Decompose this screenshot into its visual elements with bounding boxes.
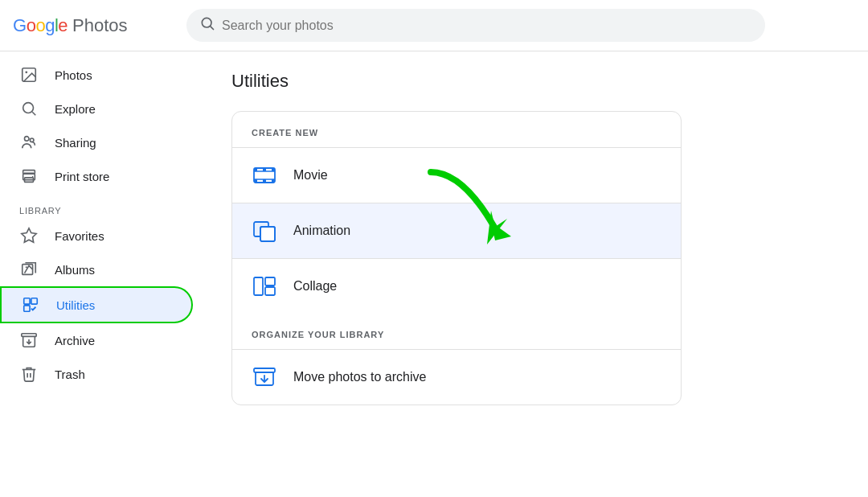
logo-area: Google Photos bbox=[13, 15, 174, 36]
header: Google Photos bbox=[0, 0, 868, 51]
explore-icon bbox=[19, 100, 39, 117]
sidebar-item-archive[interactable]: Archive bbox=[0, 323, 193, 357]
sidebar-item-albums-label: Albums bbox=[55, 263, 95, 277]
svg-point-7 bbox=[30, 138, 34, 142]
o-letter-1: o bbox=[27, 15, 36, 35]
card-item-animation[interactable]: Animation bbox=[232, 203, 681, 258]
sidebar-item-trash-label: Trash bbox=[55, 368, 85, 381]
sidebar-item-print-store[interactable]: Print store bbox=[0, 159, 193, 193]
photo-icon bbox=[19, 66, 39, 84]
svg-point-0 bbox=[202, 18, 211, 27]
collage-icon bbox=[252, 273, 277, 299]
star-icon bbox=[19, 227, 39, 244]
sidebar-item-photos-label: Photos bbox=[55, 68, 92, 82]
card-item-move-archive-label: Move photos to archive bbox=[293, 370, 426, 384]
sidebar: Photos Explore Sharing bbox=[0, 51, 206, 497]
print-icon bbox=[19, 167, 39, 185]
svg-point-6 bbox=[25, 137, 30, 142]
utilities-card: CREATE NEW Movie bbox=[231, 111, 682, 405]
svg-point-3 bbox=[25, 71, 27, 73]
svg-rect-35 bbox=[254, 368, 275, 372]
archive-icon bbox=[19, 331, 39, 349]
svg-marker-12 bbox=[22, 228, 36, 242]
body: Photos Explore Sharing bbox=[0, 51, 868, 497]
sidebar-item-sharing-label: Sharing bbox=[55, 136, 96, 150]
page-title: Utilities bbox=[231, 71, 842, 92]
svg-rect-16 bbox=[31, 298, 37, 304]
archive-down-icon bbox=[252, 364, 277, 390]
animation-icon bbox=[252, 218, 277, 244]
main-content: Utilities CREATE NEW bbox=[206, 51, 868, 497]
svg-rect-15 bbox=[24, 298, 30, 304]
e-letter: e bbox=[58, 15, 68, 35]
sharing-icon bbox=[19, 133, 39, 151]
card-item-animation-label: Animation bbox=[293, 224, 350, 238]
sidebar-item-utilities-label: Utilities bbox=[56, 298, 95, 312]
card-item-collage-label: Collage bbox=[293, 279, 337, 294]
svg-rect-32 bbox=[254, 277, 263, 295]
search-input[interactable] bbox=[222, 18, 752, 33]
svg-rect-33 bbox=[265, 277, 275, 285]
svg-line-5 bbox=[32, 112, 35, 115]
sidebar-item-favorites-label: Favorites bbox=[55, 229, 104, 243]
sidebar-item-explore[interactable]: Explore bbox=[0, 92, 193, 125]
svg-rect-30 bbox=[260, 227, 275, 241]
sidebar-item-favorites[interactable]: Favorites bbox=[0, 219, 193, 253]
card-item-movie-label: Movie bbox=[293, 168, 328, 183]
g-letter: G bbox=[13, 15, 27, 35]
library-section-label: LIBRARY bbox=[0, 193, 206, 219]
sidebar-item-archive-label: Archive bbox=[55, 334, 95, 347]
sidebar-item-print-store-label: Print store bbox=[55, 170, 109, 183]
card-item-collage[interactable]: Collage bbox=[232, 258, 681, 314]
g-letter-2: g bbox=[45, 15, 55, 35]
svg-point-4 bbox=[23, 103, 34, 113]
svg-point-14 bbox=[26, 266, 27, 268]
sidebar-item-trash[interactable]: Trash bbox=[0, 357, 193, 391]
search-icon bbox=[199, 15, 215, 35]
svg-rect-18 bbox=[22, 334, 36, 337]
search-bar[interactable] bbox=[186, 9, 765, 42]
google-logo: Google bbox=[13, 15, 68, 36]
sidebar-item-albums[interactable]: Albums bbox=[0, 253, 193, 286]
svg-point-11 bbox=[32, 176, 33, 177]
create-new-label: CREATE NEW bbox=[232, 112, 681, 147]
o-letter-2: o bbox=[35, 15, 45, 35]
organize-library-label: ORGANIZE YOUR LIBRARY bbox=[232, 314, 681, 349]
photos-logo-text: Photos bbox=[72, 15, 128, 36]
albums-icon bbox=[19, 261, 39, 278]
svg-line-1 bbox=[211, 27, 214, 30]
svg-rect-34 bbox=[265, 287, 275, 295]
trash-icon bbox=[19, 365, 39, 383]
svg-rect-17 bbox=[24, 306, 30, 311]
sidebar-item-photos[interactable]: Photos bbox=[0, 58, 193, 92]
card-item-move-archive[interactable]: Move photos to archive bbox=[232, 349, 681, 405]
card-item-movie[interactable]: Movie bbox=[232, 147, 681, 203]
utilities-icon bbox=[21, 296, 40, 314]
sidebar-item-explore-label: Explore bbox=[55, 102, 96, 116]
sidebar-item-sharing[interactable]: Sharing bbox=[0, 125, 193, 159]
sidebar-item-utilities[interactable]: Utilities bbox=[0, 286, 193, 323]
movie-icon bbox=[252, 162, 277, 188]
